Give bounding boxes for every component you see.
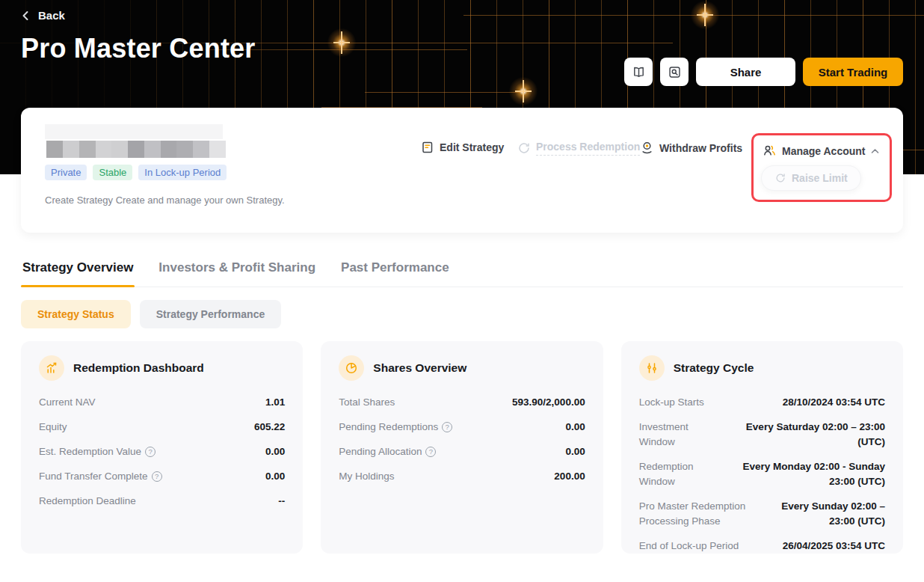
page-title: Pro Master Center xyxy=(21,33,256,64)
stat-value: 26/04/2025 03:54 UTC xyxy=(783,539,885,554)
stat-row: My Holdings 200.00 xyxy=(339,469,585,484)
stat-value: Every Saturday 02:00 – 23:00 (UTC) xyxy=(723,420,885,450)
stat-value: 200.00 xyxy=(554,469,585,484)
manage-account-label: Manage Account xyxy=(782,145,866,157)
stat-value: Every Monday 02:00 - Sunday 23:00 (UTC) xyxy=(722,459,885,489)
process-redemption-label: Process Redemption xyxy=(536,141,640,156)
stat-label: Current NAV xyxy=(39,395,96,410)
p2p-cycle-icon xyxy=(517,141,531,155)
help-icon[interactable]: ? xyxy=(425,447,436,457)
back-label: Back xyxy=(38,9,65,22)
subtab-pill[interactable]: Strategy Performance xyxy=(140,300,282,328)
stat-value: 593.90/2,000.00 xyxy=(512,395,585,410)
stat-row: Pending Redemptions ? 0.00 xyxy=(339,420,585,435)
stat-row: Total Shares 593.90/2,000.00 xyxy=(339,395,585,410)
tab-bar: Strategy OverviewInvestors & Profit Shar… xyxy=(21,260,903,287)
stat-label: Investment Window xyxy=(639,420,724,450)
chart-growth-icon xyxy=(39,355,64,381)
hero-actions: Share Start Trading xyxy=(624,58,903,86)
pro-master-center-page: Back Pro Master Center Share Start Tradi… xyxy=(0,0,924,582)
pie-chart-icon xyxy=(339,355,364,381)
sparkle-icon xyxy=(507,75,540,108)
start-trading-button[interactable]: Start Trading xyxy=(803,58,903,86)
stat-label: Redemption Deadline xyxy=(39,494,136,509)
stat-card-header: Shares Overview xyxy=(339,355,585,381)
stat-rows: Current NAV 1.01 Equity 605.22 xyxy=(39,395,285,509)
manage-account-button[interactable]: Manage Account xyxy=(763,144,879,158)
stat-row: Equity 605.22 xyxy=(39,420,285,435)
help-icon[interactable]: ? xyxy=(442,422,452,432)
stat-row: Redemption Deadline -- xyxy=(39,494,285,509)
stat-label: Pro Master Redemption Processing Phase xyxy=(639,499,768,529)
withdraw-profits-button[interactable]: Withdraw Profits xyxy=(640,141,742,155)
stat-label: Pending Redemptions xyxy=(339,420,438,435)
stat-row: Pending Allocation ? 0.00 xyxy=(339,444,585,459)
stat-card-title: Strategy Cycle xyxy=(674,361,754,375)
stat-card-header: Strategy Cycle xyxy=(639,355,885,381)
stat-row: End of Lock-up Period 26/04/2025 03:54 U… xyxy=(639,539,885,554)
stat-label: My Holdings xyxy=(339,469,394,484)
stat-label: Fund Transfer Complete xyxy=(39,469,148,484)
withdraw-profits-icon xyxy=(640,141,654,155)
redacted-strategy-name xyxy=(45,124,223,139)
chevron-left-icon xyxy=(21,10,30,21)
main-content: Strategy OverviewInvestors & Profit Shar… xyxy=(21,260,903,554)
stat-cards-row: Redemption Dashboard Current NAV 1.01 xyxy=(21,341,903,554)
stat-value: 28/10/2024 03:54 UTC xyxy=(783,395,885,410)
status-badge: Private xyxy=(45,165,87,180)
stat-row: Redemption Window Every Monday 02:00 - S… xyxy=(639,459,885,489)
stat-row: Investment Window Every Saturday 02:00 –… xyxy=(639,420,885,450)
stat-value: -- xyxy=(278,494,285,509)
stat-card: Strategy Cycle Lock-up Starts 28/10/2024… xyxy=(621,341,903,554)
stat-row: Current NAV 1.01 xyxy=(39,395,285,410)
strategy-summary-card: PrivateStableIn Lock-up Period Create St… xyxy=(21,108,903,233)
withdraw-profits-label: Withdraw Profits xyxy=(659,142,742,154)
stat-rows: Lock-up Starts 28/10/2024 03:54 UTC Inve… xyxy=(639,395,885,554)
stat-value: 0.00 xyxy=(265,469,285,484)
edit-strategy-icon xyxy=(421,141,434,154)
share-button[interactable]: Share xyxy=(696,58,795,86)
document-search-button[interactable] xyxy=(660,58,689,86)
stat-label: Equity xyxy=(39,420,67,435)
status-badge: In Lock-up Period xyxy=(138,165,227,180)
stat-value: 605.22 xyxy=(254,420,285,435)
sparkle-icon xyxy=(689,0,721,31)
help-icon[interactable]: ? xyxy=(152,471,162,482)
stat-card-title: Redemption Dashboard xyxy=(73,361,204,375)
stat-label: Est. Redemption Value xyxy=(39,444,141,459)
guide-book-button[interactable] xyxy=(624,58,653,86)
stat-row: Fund Transfer Complete ? 0.00 xyxy=(39,469,285,484)
stat-label: Lock-up Starts xyxy=(639,395,704,410)
stat-card: Shares Overview Total Shares 593.90/2,00… xyxy=(321,341,603,554)
stat-label: Total Shares xyxy=(339,395,395,410)
stat-value: 0.00 xyxy=(265,444,285,459)
raise-limit-button[interactable]: Raise Limit xyxy=(761,165,861,191)
stat-card-header: Redemption Dashboard xyxy=(39,355,285,381)
status-badge: Stable xyxy=(93,165,132,180)
stat-rows: Total Shares 593.90/2,000.00 Pending Red… xyxy=(339,395,585,484)
sliders-icon xyxy=(639,355,665,381)
redacted-strategy-name-mosaic xyxy=(46,141,226,158)
edit-strategy-label: Edit Strategy xyxy=(440,141,504,153)
stat-row: Lock-up Starts 28/10/2024 03:54 UTC xyxy=(639,395,885,410)
manage-account-icon xyxy=(763,144,777,158)
edit-strategy-button[interactable]: Edit Strategy xyxy=(421,141,504,154)
stat-row: Pro Master Redemption Processing Phase E… xyxy=(639,499,885,529)
subtab-bar: Strategy StatusStrategy Performance xyxy=(21,300,903,328)
stat-value: Every Sunday 02:00 – 23:00 (UTC) xyxy=(768,499,885,529)
stat-label: End of Lock-up Period xyxy=(639,539,739,554)
subtab-pill[interactable]: Strategy Status xyxy=(21,300,131,328)
tab[interactable]: Investors & Profit Sharing xyxy=(157,260,317,287)
stat-value: 1.01 xyxy=(265,395,285,410)
raise-limit-icon xyxy=(774,172,786,184)
help-icon[interactable]: ? xyxy=(145,447,155,457)
tab[interactable]: Past Performance xyxy=(339,260,451,287)
raise-limit-label: Raise Limit xyxy=(792,172,848,184)
strategy-description: Create Strategy Create and manage your o… xyxy=(45,194,285,206)
stat-value: 0.00 xyxy=(565,420,585,435)
back-button[interactable]: Back xyxy=(21,9,65,22)
process-redemption-button[interactable]: Process Redemption xyxy=(517,141,640,156)
document-search-icon xyxy=(668,65,682,79)
tab[interactable]: Strategy Overview xyxy=(21,260,135,287)
stat-card-title: Shares Overview xyxy=(373,361,466,375)
